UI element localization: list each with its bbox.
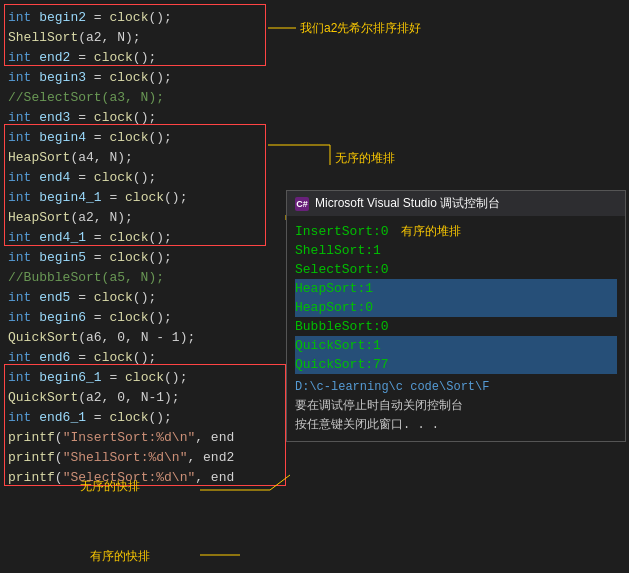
vs-title: Microsoft Visual Studio 调试控制台 — [315, 195, 500, 212]
code-line: ShellSort(a2, N); — [0, 28, 629, 48]
vs-content: InsertSort:0有序的堆排 ShellSort:1 SelectSort… — [287, 216, 625, 441]
vs-line: InsertSort:0有序的堆排 — [295, 222, 617, 241]
code-line: //SelectSort(a3, N); — [0, 88, 629, 108]
vs-line-highlight: HeapSort:1 — [295, 279, 617, 298]
vs-titlebar: C# Microsoft Visual Studio 调试控制台 — [287, 191, 625, 216]
code-line: int begin3 = clock(); — [0, 68, 629, 88]
vs-line: SelectSort:0 — [295, 260, 617, 279]
code-line: printf("ShellSort:%d\n", end2 — [0, 448, 629, 468]
vs-note1: 要在调试停止时自动关闭控制台 — [295, 397, 617, 416]
code-line: printf("SelectSort:%d\n", end — [0, 468, 629, 488]
vs-line: BubbleSort:0 — [295, 317, 617, 336]
vs-line-highlight: HeapSort:0 — [295, 298, 617, 317]
code-line: int end3 = clock(); — [0, 108, 629, 128]
vs-line-highlight2: QuickSort:1 — [295, 336, 617, 355]
vs-line: ShellSort:1 — [295, 241, 617, 260]
vs-path: D:\c-learning\c code\Sort\F — [295, 378, 617, 397]
vs-note2: 按任意键关闭此窗口. . . — [295, 416, 617, 435]
code-line: int begin2 = clock(); — [0, 8, 629, 28]
vs-line-highlight2: QuickSort:77 — [295, 355, 617, 374]
code-line: int end4 = clock(); — [0, 168, 629, 188]
code-line: int end2 = clock(); — [0, 48, 629, 68]
code-line: HeapSort(a4, N); — [0, 148, 629, 168]
vs-icon: C# — [295, 197, 309, 211]
vs-debug-console: C# Microsoft Visual Studio 调试控制台 InsertS… — [286, 190, 626, 442]
code-line: int begin4 = clock(); — [0, 128, 629, 148]
